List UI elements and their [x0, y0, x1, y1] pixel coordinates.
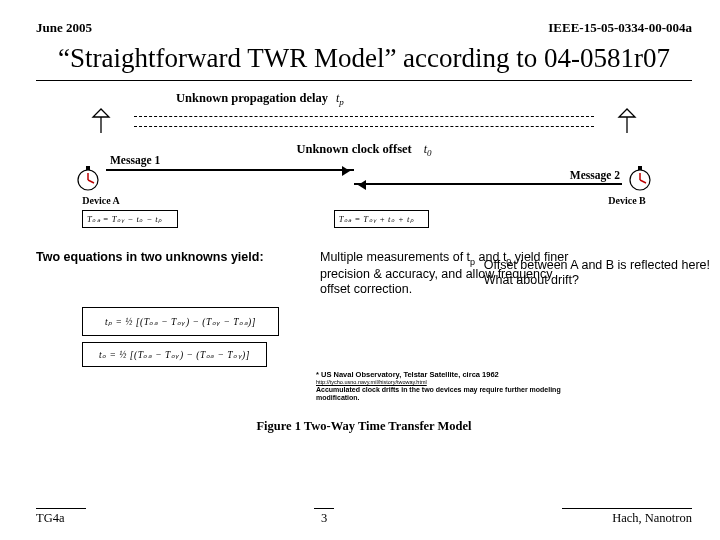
header-docnum: IEEE-15-05-0334-00-004a: [548, 20, 692, 36]
footer-page: 3: [314, 508, 334, 526]
antenna-b-icon: [617, 107, 637, 135]
footnote: * US Naval Observatory, Telstar Satellit…: [316, 371, 596, 402]
equation-tp: tₚ = ½ [(Tₒₐ − Tₒᵧ) − (Tₒᵧ − Tₒₐ)]: [82, 307, 279, 336]
svg-marker-0: [93, 109, 109, 117]
device-b-label: Device B: [596, 195, 658, 206]
antenna-a-icon: [91, 107, 111, 135]
page-title: “Straightforward TWR Model” according to…: [36, 42, 692, 76]
footer-right: Hach, Nanotron: [562, 508, 692, 526]
tp-symbol: tp: [336, 91, 344, 107]
equation-top-right: Tₒₐ = Tₒᵧ + tₒ + tₚ: [334, 210, 430, 228]
offset-note: Offset between A and B is reflected here…: [484, 258, 710, 288]
svg-marker-2: [619, 109, 635, 117]
stopwatch-b-icon: [622, 163, 658, 193]
header-date: June 2005: [36, 20, 92, 36]
message2-label: Message 2: [570, 169, 620, 181]
message1-arrow: [106, 169, 354, 171]
unknown-prop-delay-label: Unknown propagation delay: [176, 91, 328, 106]
message1-label: Message 1: [110, 154, 160, 166]
equation-t0: tₒ = ½ [(Tₒₐ − Tₒᵧ) − (Tₒₐ − Tₒᵧ)]: [82, 342, 267, 367]
title-block: “Straightforward TWR Model” according to…: [36, 42, 692, 81]
message2-arrow: [354, 183, 622, 185]
device-a-label: Device A: [70, 195, 132, 206]
t0-symbol: t0: [424, 142, 432, 156]
svg-rect-5: [86, 166, 90, 170]
model-diagram: Unknown propagation delay tp Unknown clo…: [70, 91, 658, 206]
figure-caption: Figure 1 Two-Way Time Transfer Model: [36, 419, 692, 434]
two-equations-label: Two equations in two unknowns yield:: [36, 250, 286, 297]
unknown-clock-offset-label: Unknown clock offset: [296, 142, 411, 156]
svg-rect-9: [638, 166, 642, 170]
propagation-dashed-lines: [134, 116, 594, 127]
footer-left: TG4a: [36, 508, 86, 526]
equation-top-left: Tₒₐ = Tₒᵧ − tₒ − tₚ: [82, 210, 178, 228]
stopwatch-a-icon: [70, 163, 106, 193]
